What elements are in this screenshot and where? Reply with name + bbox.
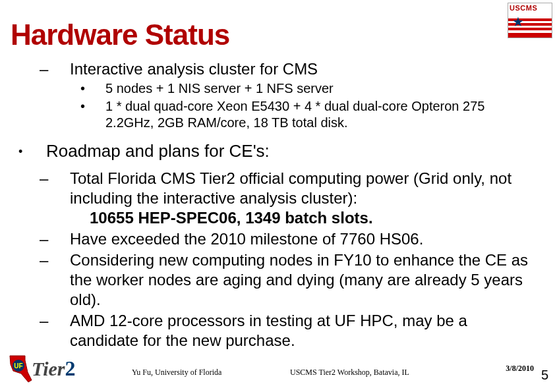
dash-bullet-icon: – (37, 311, 70, 331)
section2-item-text: Have exceeded the 2010 milestone of 7760… (70, 229, 423, 249)
section2-heading-row: • Roadmap and plans for CE's: (7, 140, 535, 162)
footer-event: USCMS Tier2 Workshop, Batavia, IL (290, 368, 409, 378)
dash-bullet-icon: – (37, 169, 70, 188)
slide-content: – Interactive analysis cluster for CMS •… (0, 59, 555, 350)
tier-label: Tier (32, 358, 65, 379)
star-icon: ★ (512, 14, 524, 30)
footer-date: 3/8/2010 (506, 364, 534, 374)
section1-bullet-text: 5 nodes + 1 NIS server + 1 NFS server (105, 80, 334, 97)
section2-heading: Roadmap and plans for CE's: (46, 140, 270, 162)
dash-bullet-icon: – (37, 229, 70, 249)
dot-bullet-icon: • (79, 98, 105, 115)
footer-author: Yu Fu, University of Florida (132, 368, 221, 378)
section2-item-text: AMD 12-core processors in testing at UF … (70, 311, 535, 350)
section2-item-row: – Have exceeded the 2010 milestone of 77… (7, 229, 535, 249)
florida-icon: UF (7, 352, 33, 384)
section2-item-row: – AMD 12-core processors in testing at U… (7, 311, 535, 350)
dot-bullet-icon: • (13, 140, 46, 159)
section2-item-text: Total Florida CMS Tier2 official computi… (70, 169, 535, 228)
dot-bullet-icon: • (79, 80, 105, 97)
footer-page-number: 5 (541, 368, 548, 383)
tier2-logo: UF Tier2 (7, 352, 86, 384)
slide-footer: UF Tier2 Yu Fu, University of Florida US… (0, 363, 555, 385)
dash-bullet-icon: – (37, 250, 70, 270)
uscms-logo: ★ (508, 3, 552, 38)
slide-title: Hardware Status (0, 0, 555, 58)
section1-bullet-text: 1 * dual quad-core Xeon E5430 + 4 * dual… (105, 98, 535, 131)
section1-bullet-row: • 5 nodes + 1 NIS server + 1 NFS server (7, 80, 535, 97)
tier2-logo-text: Tier2 (32, 356, 76, 381)
section2-item0-text: Total Florida CMS Tier2 official computi… (70, 169, 511, 207)
section2-item-row: – Total Florida CMS Tier2 official compu… (7, 169, 535, 228)
svg-text:UF: UF (14, 362, 22, 370)
section2-item-row: – Considering new computing nodes in FY1… (7, 250, 535, 310)
section1-bullet-row: • 1 * dual quad-core Xeon E5430 + 4 * du… (7, 98, 535, 131)
dash-bullet-icon: – (37, 59, 70, 79)
tier-number: 2 (65, 356, 76, 380)
section1-heading-row: – Interactive analysis cluster for CMS (7, 59, 535, 79)
section2-item0-spec: 10655 HEP-SPEC06, 1349 batch slots. (70, 208, 535, 228)
slide: ★ Hardware Status – Interactive analysis… (0, 0, 555, 392)
section2-item-text: Considering new computing nodes in FY10 … (70, 250, 535, 310)
section1-heading: Interactive analysis cluster for CMS (70, 59, 318, 79)
